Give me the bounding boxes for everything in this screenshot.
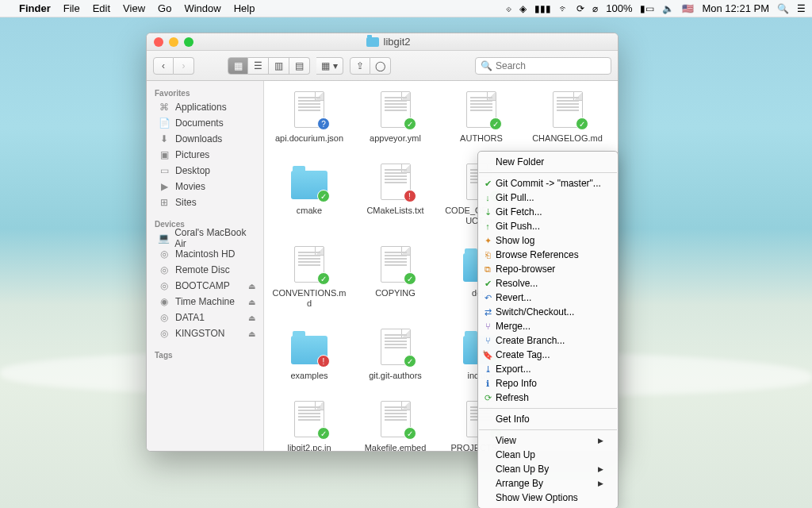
ctx-item[interactable]: Clean Up [478,448,618,462]
sidebar-icon: ▣ [158,149,170,160]
ctx-item[interactable]: ↶Revert... [478,291,618,305]
status-badge: ! [404,190,416,202]
sidebar-item[interactable]: ◎KINGSTON⏏ [147,325,263,341]
ctx-item[interactable]: ℹRepo Info [478,376,618,391]
sidebar-item[interactable]: ⊞Sites [147,194,263,210]
menu-go[interactable]: Go [158,2,171,14]
file-item[interactable]: ✓COPYING [357,245,435,309]
menu-view[interactable]: View [123,2,145,14]
ctx-item[interactable]: ⧉Repo-browser [478,262,618,276]
ctx-item[interactable]: ✔Resolve... [478,276,618,291]
tags-button[interactable]: ◯ [370,57,391,75]
ctx-label: Git Fetch... [496,206,542,217]
status-badge: ? [317,117,330,130]
ctx-new-folder[interactable]: New Folder [478,155,618,169]
view-columns-button[interactable]: ▥ [269,57,289,75]
sidebar-icon: ◎ [158,248,170,260]
eject-icon[interactable]: ⏏ [248,314,255,322]
search-input[interactable] [496,60,615,71]
zoom-button[interactable] [184,37,193,47]
view-icons-button[interactable]: ▦ [228,57,248,75]
menu-file[interactable]: File [63,2,80,14]
search-field[interactable]: 🔍 [475,57,611,75]
toolbar: ‹ › ▦ ☰ ▥ ▤ ▦ ▾ ⇪ ◯ 🔍 [147,51,618,81]
ctx-item[interactable]: ⟳Refresh [478,391,618,405]
back-button[interactable]: ‹ [153,57,174,75]
lock-icon[interactable]: ⌀ [592,3,598,14]
minimize-button[interactable] [169,37,178,47]
flag-icon[interactable]: 🇺🇸 [682,3,694,14]
ctx-item[interactable]: 🔖Create Tag... [478,348,618,362]
ctx-label: Merge... [496,321,530,332]
file-item[interactable]: !examples [270,328,348,381]
ctx-label: View [496,435,516,446]
titlebar[interactable]: libgit2 [147,33,618,51]
menu-window[interactable]: Window [184,2,220,14]
sidebar-item[interactable]: ▶Movies [147,179,263,194]
ctx-item[interactable]: ⤓Export... [478,362,618,376]
sidebar-item[interactable]: ⌘Applications [147,99,263,115]
file-item[interactable]: ?api.docurium.json [270,90,348,144]
ctx-item[interactable]: ↑Git Push... [478,219,618,233]
sidebar-item[interactable]: ◎BOOTCAMP⏏ [147,278,263,294]
file-item[interactable]: ✓CHANGELOG.md [529,90,607,144]
file-item[interactable]: ✓libgit2.pc.in [270,400,348,451]
ctx-item[interactable]: Show View Options [478,491,618,505]
sidebar-item[interactable]: 📄Documents [147,115,263,131]
sidebar-item[interactable]: ◉Time Machine⏏ [147,294,263,310]
ctx-label: Export... [496,364,531,375]
sidebar-item[interactable]: ◎DATA1⏏ [147,310,263,325]
eject-icon[interactable]: ⏏ [248,298,255,306]
menu-edit[interactable]: Edit [93,2,110,14]
ctx-item[interactable]: Clean Up By▶ [478,462,618,476]
sidebar-item[interactable]: ▭Desktop [147,163,263,179]
menubar: Finder File Edit View Go Window Help ⟐ ◈… [0,0,812,17]
sidebar-item[interactable]: ◎Remote Disc [147,262,263,278]
ctx-item[interactable]: ⇣Git Fetch... [478,205,618,219]
status-icon[interactable]: ▮▮▮ [534,3,551,14]
file-item[interactable]: ✓CONVENTIONS.md [270,245,348,309]
submenu-arrow-icon: ▶ [598,437,603,444]
spotlight-icon[interactable]: 🔍 [777,3,789,14]
menu-help[interactable]: Help [234,2,255,14]
share-button[interactable]: ⇪ [350,57,370,75]
view-gallery-button[interactable]: ▤ [289,57,310,75]
ctx-item[interactable]: ⑂Create Branch... [478,333,618,348]
notification-icon[interactable]: ☰ [797,3,806,14]
ctx-glyph-icon: ℹ [482,379,493,389]
file-item[interactable]: !CMakeLists.txt [357,163,435,226]
volume-icon[interactable]: 🔈 [662,3,674,14]
ctx-label: Create Tag... [496,349,550,360]
eject-icon[interactable]: ⏏ [248,329,255,338]
close-button[interactable] [154,37,163,47]
sync-icon[interactable]: ⟳ [576,3,584,14]
status-badge: ✓ [404,117,416,130]
sidebar-item[interactable]: 💻Coral's MacBook Air [147,230,263,246]
file-item[interactable]: ✓appveyor.yml [357,90,435,144]
ctx-item[interactable]: ⑂Merge... [478,319,618,333]
clock[interactable]: Mon 12:21 PM [702,2,769,14]
ctx-item[interactable]: Arrange By▶ [478,476,618,491]
ctx-item[interactable]: ✔Git Commit -> "master"... [478,176,618,190]
status-icon[interactable]: ◈ [519,3,527,14]
status-badge: ✓ [317,427,330,440]
file-item[interactable]: ✓AUTHORS [442,90,520,144]
wifi-icon[interactable]: ᯤ [559,3,569,14]
ctx-item[interactable]: ⎗Browse References [478,248,618,262]
app-menu[interactable]: Finder [19,2,51,14]
file-item[interactable]: ✓Makefile.embed [357,400,435,451]
ctx-item[interactable]: View▶ [478,433,618,448]
sidebar-item[interactable]: ⬇Downloads [147,131,263,147]
file-item[interactable]: ✓cmake [270,163,348,226]
ctx-item[interactable]: ✦Show log [478,233,618,248]
ctx-get-info[interactable]: Get Info [478,412,618,426]
ctx-item[interactable]: ↓Git Pull... [478,190,618,205]
arrange-button[interactable]: ▦ ▾ [316,57,343,75]
eject-icon[interactable]: ⏏ [248,282,255,291]
file-item[interactable]: ✓git.git-authors [357,328,435,381]
status-icon[interactable]: ⟐ [506,3,511,14]
forward-button[interactable]: › [174,57,194,75]
ctx-item[interactable]: ⇄Switch/Checkout... [478,305,618,319]
sidebar-item[interactable]: ▣Pictures [147,147,263,163]
view-list-button[interactable]: ☰ [248,57,269,75]
